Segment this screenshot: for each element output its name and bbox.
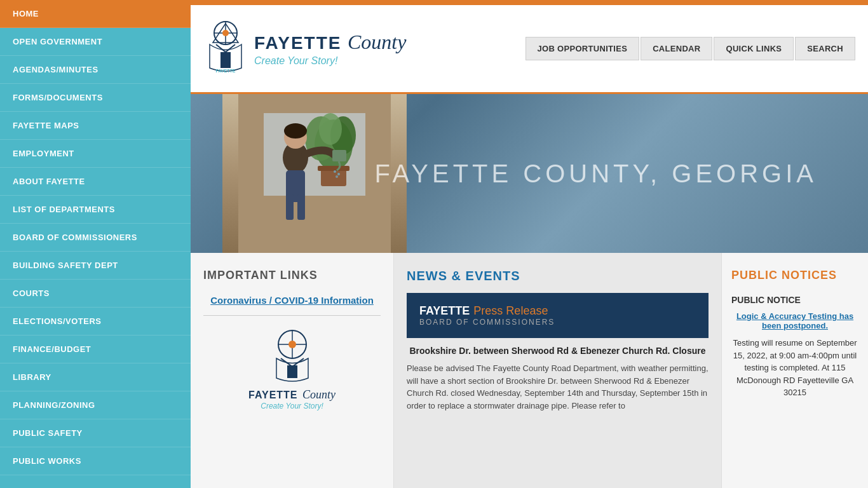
sidebar-item-elections-voters[interactable]: ELECTIONS/VOTERS (0, 308, 191, 336)
logo-text: FAYETTE County Create Your Story! (254, 30, 406, 67)
nav-btn-calendar[interactable]: CALENDAR (641, 37, 712, 60)
sidebar-item-home[interactable]: HOME (0, 0, 191, 28)
sidebar-item-employment[interactable]: EMPLOYMENT (0, 140, 191, 168)
sidebar-item-building-safety-dept[interactable]: BUILDING SAFETY DEPT (0, 252, 191, 280)
small-logo-icon (267, 329, 318, 386)
sidebar-item-open-government[interactable]: OPEN GOVERNMENT (0, 28, 191, 56)
sidebar-item-planning-zoning[interactable]: PLANNING/ZONING (0, 391, 191, 419)
svg-point-5 (222, 30, 229, 36)
sidebar-item-about-fayette[interactable]: ABOUT FAYETTE (0, 168, 191, 196)
svg-point-20 (337, 173, 340, 175)
logo-tagline: Create Your Story! (254, 55, 406, 67)
important-links-title: IMPORTANT LINKS (203, 269, 381, 282)
svg-rect-18 (332, 150, 346, 161)
sidebar-item-forms-documents[interactable]: FORMS/DOCUMENTS (0, 84, 191, 112)
sidebar-item-public-safety[interactable]: PUBLIC SAFETY (0, 419, 191, 447)
sidebar-item-list-of-departments[interactable]: LIST OF DEPARTMENTS (0, 196, 191, 224)
divider (203, 315, 381, 316)
hero-illustration (238, 94, 391, 253)
logo-area: FAYETTE FAYETTE County Create Your Story… (203, 20, 406, 78)
sidebar-item-agendas-minutes[interactable]: AGENDAS/MINUTES (0, 56, 191, 84)
sidebar-item-fayette-maps[interactable]: FAYETTE MAPS (0, 112, 191, 140)
logo-fayette: FAYETTE County (254, 30, 406, 54)
content-area: IMPORTANT LINKS Coronavirus / COVID-19 I… (191, 253, 868, 488)
svg-point-21 (336, 175, 338, 178)
top-nav: JOB OPPORTUNITIESCALENDARQUICK LINKSSEAR… (526, 37, 855, 60)
hero-title: FAYETTE COUNTY, GEORGIA (374, 159, 817, 188)
public-notice-label: PUBLIC NOTICE (731, 295, 858, 305)
svg-point-29 (288, 341, 296, 348)
header: FAYETTE FAYETTE County Create Your Story… (191, 5, 868, 94)
news-banner: FAYETTEPress ReleaseBOARD OF COMMISSIONE… (407, 293, 709, 338)
nav-btn-quick-links[interactable]: QUICK LINKS (714, 37, 794, 60)
svg-rect-24 (297, 194, 305, 220)
svg-point-17 (284, 123, 307, 139)
nav-btn-job-opportunities[interactable]: JOB OPPORTUNITIES (526, 37, 640, 60)
sidebar-item-finance-budget[interactable]: FINANCE/BUDGET (0, 336, 191, 363)
public-notice-body: Testing will resume on September 15, 202… (731, 337, 858, 399)
svg-rect-14 (318, 166, 349, 171)
sidebar-item-public-works[interactable]: PUBLIC WORKS (0, 447, 191, 475)
logo-icon: FAYETTE (203, 20, 248, 78)
banner-press-text: Press Release (473, 304, 548, 318)
news-events-section: NEWS & EVENTS FAYETTEPress ReleaseBOARD … (394, 253, 722, 488)
fayette-logo-small: FAYETTE County Create Your Story! (203, 329, 381, 410)
news-events-title: NEWS & EVENTS (407, 269, 709, 283)
sidebar-item-courts[interactable]: COURTS (0, 280, 191, 308)
svg-rect-23 (286, 194, 294, 220)
public-notices-title: PUBLIC NOTICES (731, 269, 858, 282)
covid-link[interactable]: Coronavirus / COVID-19 Information (203, 295, 381, 306)
svg-point-19 (334, 170, 336, 173)
public-notices-section: PUBLIC NOTICES PUBLIC NOTICE Logic & Acc… (722, 253, 868, 488)
svg-text:FAYETTE: FAYETTE (216, 69, 236, 73)
main-content: FAYETTE FAYETTE County Create Your Story… (191, 0, 868, 488)
svg-point-12 (319, 113, 342, 145)
svg-rect-3 (220, 52, 231, 68)
news-headline: Brookshire Dr. between Sherwood Rd & Ebe… (407, 346, 709, 356)
important-links-section: IMPORTANT LINKS Coronavirus / COVID-19 I… (191, 253, 394, 488)
sidebar-item-library[interactable]: LIBRARY (0, 363, 191, 391)
banner-subtitle-text: BOARD OF COMMISSIONERS (419, 318, 555, 327)
svg-rect-28 (287, 365, 297, 378)
news-body: Please be advised The Fayette County Roa… (407, 362, 709, 412)
banner-fayette-text: FAYETTE (419, 304, 470, 318)
public-notice-link1[interactable]: Logic & Accuracy Testing has been postpo… (731, 311, 858, 330)
sidebar: HOMEOPEN GOVERNMENTAGENDAS/MINUTESFORMS/… (0, 0, 191, 488)
hero-section: FAYETTE COUNTY, GEORGIA (191, 94, 868, 253)
nav-btn-search[interactable]: SEARCH (795, 37, 855, 60)
sidebar-item-board-of-commissioners[interactable]: BOARD OF COMMISSIONERS (0, 224, 191, 252)
orange-top-bar (191, 0, 868, 5)
